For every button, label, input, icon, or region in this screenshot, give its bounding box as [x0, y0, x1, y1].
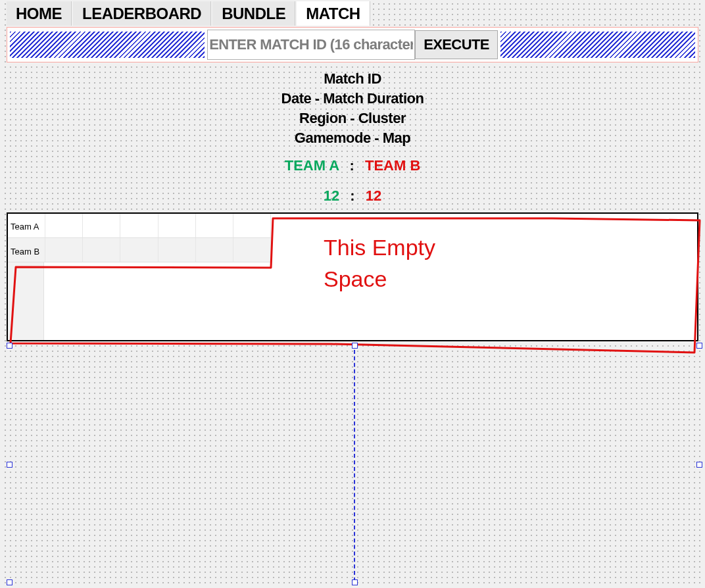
tab-strip: HOME LEADERBOARD BUNDLE MATCH: [3, 1, 702, 26]
score-separator: :: [350, 187, 354, 204]
grid-cells: [8, 214, 271, 262]
meta-region-cluster: Region - Cluster: [3, 109, 702, 128]
team-b-label: TEAM B: [365, 157, 420, 174]
execute-button[interactable]: EXECUTE: [415, 30, 498, 59]
team-a-label: TEAM A: [285, 157, 339, 174]
match-id-row: EXECUTE: [7, 27, 698, 62]
selection-handle: [696, 343, 702, 349]
selection-handle: [696, 462, 702, 468]
designer-vertical-guide: [354, 343, 355, 581]
grid-row-team-a: Team A: [11, 222, 39, 232]
annotation-text-line1: This Empty: [324, 233, 435, 262]
selection-handle: [352, 343, 358, 349]
tab-leaderboard[interactable]: LEADERBOARD: [73, 1, 211, 26]
spacer-left: [10, 32, 205, 58]
meta-match-id: Match ID: [3, 69, 702, 89]
team-separator: :: [350, 157, 354, 174]
match-meta: Match ID Date - Match Duration Region - …: [3, 69, 702, 148]
score-b: 12: [366, 187, 381, 204]
tab-home[interactable]: HOME: [7, 1, 72, 26]
score-a: 12: [324, 187, 339, 204]
selection-handle: [352, 579, 358, 585]
grid-side-column: [8, 262, 44, 340]
tab-bundle[interactable]: BUNDLE: [212, 1, 295, 26]
spacer-right: [500, 32, 695, 58]
meta-mode-map: Gamemode - Map: [3, 128, 702, 148]
score-row: 12 : 12: [3, 187, 702, 205]
match-id-input[interactable]: [207, 30, 415, 60]
annotation-text-line2: Space: [324, 264, 387, 293]
teams-row: TEAM A : TEAM B: [3, 157, 702, 174]
selection-handle: [7, 343, 12, 349]
grid-row-team-b: Team B: [11, 247, 39, 257]
tab-match[interactable]: MATCH: [297, 1, 370, 26]
selection-handle: [7, 462, 12, 468]
meta-date-duration: Date - Match Duration: [3, 89, 702, 109]
selection-handle: [7, 579, 12, 585]
